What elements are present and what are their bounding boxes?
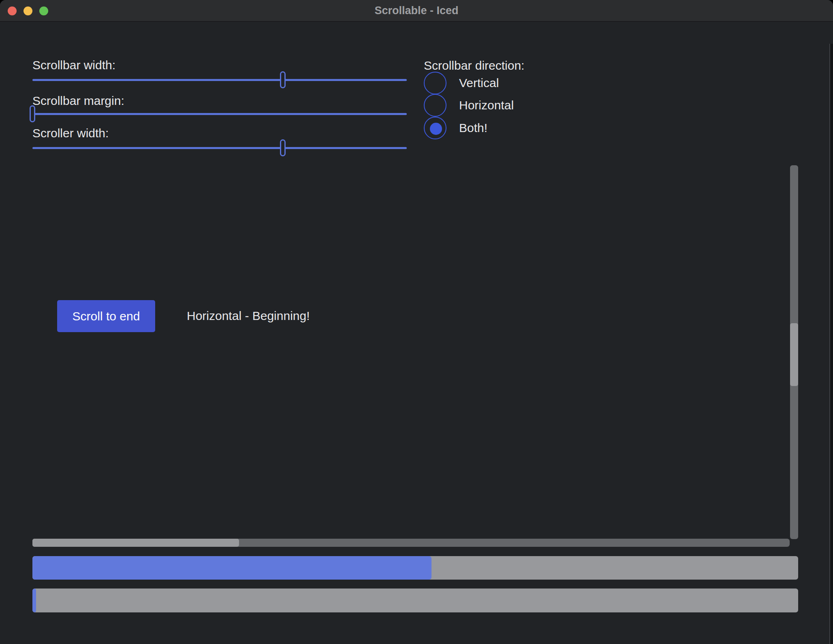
scrollbar-direction-label: Scrollbar direction: — [424, 58, 524, 73]
slider-handle[interactable] — [280, 139, 286, 156]
radio-icon[interactable] — [424, 72, 446, 94]
radio-label-horizontal[interactable]: Horizontal — [459, 98, 514, 113]
scroller-width-slider[interactable] — [32, 139, 407, 156]
vertical-scrollbar[interactable] — [790, 165, 798, 539]
radio-label-both[interactable]: Both! — [459, 120, 487, 136]
progress-fill — [32, 556, 431, 580]
main-content: Scrollbar width: Scrollbar margin: Scrol… — [0, 22, 833, 644]
window-right-edge — [829, 44, 833, 644]
scroll-to-end-button[interactable]: Scroll to end — [57, 300, 155, 332]
scroller-width-label: Scroller width: — [32, 126, 109, 141]
horizontal-progress-bar — [32, 589, 798, 612]
window-title: Scrollable - Iced — [0, 0, 833, 21]
scrollbar-width-slider[interactable] — [32, 71, 407, 88]
radio-label-vertical[interactable]: Vertical — [459, 75, 499, 91]
slider-track[interactable] — [32, 113, 407, 115]
radio-icon[interactable] — [424, 117, 446, 139]
radio-icon[interactable] — [424, 94, 446, 117]
scrollbar-margin-slider[interactable] — [32, 105, 407, 122]
vertical-scroller-thumb[interactable] — [790, 323, 798, 386]
scroll-status-text: Horizontal - Beginning! — [187, 308, 310, 324]
horizontal-scrollbar[interactable] — [32, 539, 790, 547]
horizontal-scroller-thumb[interactable] — [32, 539, 239, 547]
app-window: Scrollable - Iced Scrollbar width: Scrol… — [0, 0, 833, 644]
radio-dot — [430, 123, 442, 135]
title-bar: Scrollable - Iced — [0, 0, 833, 22]
slider-track[interactable] — [32, 147, 407, 149]
slider-handle[interactable] — [30, 105, 35, 122]
scrollbar-width-label: Scrollbar width: — [32, 58, 115, 73]
slider-handle[interactable] — [280, 71, 286, 88]
progress-fill — [32, 589, 36, 612]
slider-track[interactable] — [32, 79, 407, 81]
vertical-progress-bar — [32, 556, 798, 580]
